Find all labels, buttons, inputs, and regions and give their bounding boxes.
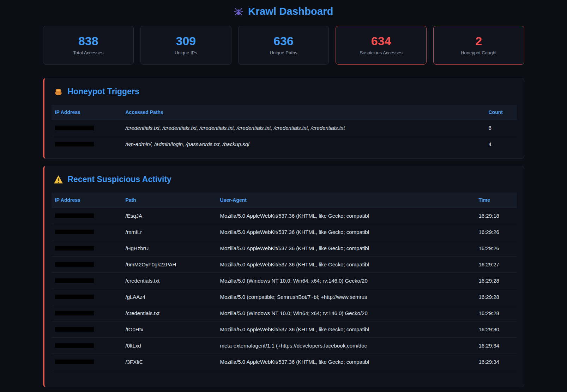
- ip-cell: [52, 273, 122, 289]
- column-header-time: Time: [475, 193, 517, 208]
- suspicious-activity-panel: Recent Suspicious Activity IP Address Pa…: [43, 166, 524, 387]
- path-cell: /gLAAz4: [122, 289, 217, 305]
- ip-cell: [52, 120, 122, 136]
- honeypot-table-header-row: IP Address Accessed Paths Count: [52, 105, 517, 120]
- ip-cell: [52, 338, 122, 354]
- count-cell: 6: [485, 120, 517, 136]
- redacted-ip: [55, 360, 94, 364]
- ip-cell: [52, 208, 122, 224]
- honeypot-table-row: /wp-admin/, /admin/login, /passwords.txt…: [52, 136, 517, 152]
- stat-value: 309: [176, 35, 196, 47]
- redacted-ip: [55, 311, 94, 315]
- user-agent-cell: Mozilla/5.0 AppleWebKit/537.36 (KHTML, l…: [217, 321, 475, 338]
- column-header-user-agent: User-Agent: [217, 193, 475, 208]
- suspicious-panel-title: Recent Suspicious Activity: [68, 175, 171, 184]
- suspicious-table-row: /6mM2OyF0gk2zPAH Mozilla/5.0 AppleWebKit…: [52, 257, 517, 273]
- column-header-accessed-paths: Accessed Paths: [122, 105, 485, 120]
- stat-label: Total Accesses: [73, 50, 103, 55]
- redacted-ip: [55, 126, 94, 130]
- stat-card-suspicious-accesses: 634 Suspicious Accesses: [336, 26, 427, 65]
- redacted-ip: [55, 230, 94, 234]
- page-title: Krawl Dashboard: [248, 6, 333, 17]
- user-agent-cell: Mozilla/5.0 (compatible; SemrushBot/7~bl…: [217, 289, 475, 305]
- time-cell: 16:29:28: [475, 273, 517, 289]
- ip-cell: [52, 321, 122, 338]
- time-cell: 16:29:34: [475, 354, 517, 370]
- path-cell: /EsqJA: [122, 208, 217, 224]
- suspicious-table-row: /3FXfiC Mozilla/5.0 AppleWebKit/537.36 (…: [52, 354, 517, 370]
- table-row-cutoff: [52, 370, 517, 380]
- ip-cell: [52, 136, 122, 152]
- accessed-paths-cell: /credentials.txt, /credentials.txt, /cre…: [122, 120, 485, 136]
- stat-card-total-accesses: 838 Total Accesses: [43, 26, 134, 65]
- stat-label: Suspicious Accesses: [360, 50, 402, 55]
- time-cell: 16:29:27: [475, 257, 517, 273]
- suspicious-table-row: /mmILr Mozilla/5.0 AppleWebKit/537.36 (K…: [52, 224, 517, 240]
- stat-value: 636: [273, 35, 294, 47]
- time-cell: 16:29:26: [475, 224, 517, 240]
- redacted-ip: [55, 343, 94, 348]
- column-header-ip: IP Address: [52, 105, 122, 120]
- ip-cell: [52, 289, 122, 305]
- user-agent-cell: Mozilla/5.0 AppleWebKit/537.36 (KHTML, l…: [217, 257, 475, 273]
- redacted-ip: [55, 262, 94, 267]
- path-cell: /3FXfiC: [122, 354, 217, 370]
- redacted-ip: [55, 142, 94, 146]
- path-cell: /HgHzbrU: [122, 240, 217, 257]
- stat-card-unique-ips: 309 Unique IPs: [140, 26, 231, 65]
- column-header-ip: IP Address: [52, 193, 122, 208]
- stat-card-unique-paths: 636 Unique Paths: [238, 26, 329, 65]
- honeypot-table: IP Address Accessed Paths Count /credent…: [52, 105, 517, 152]
- time-cell: 16:29:34: [475, 338, 517, 354]
- redacted-ip: [55, 246, 94, 251]
- user-agent-cell: Mozilla/5.0 AppleWebKit/537.36 (KHTML, l…: [217, 240, 475, 257]
- redacted-ip: [55, 327, 94, 332]
- path-cell: /tO0Htx: [122, 321, 217, 338]
- path-cell: /credentials.txt: [122, 305, 217, 321]
- ip-cell: [52, 224, 122, 240]
- redacted-ip: [55, 278, 94, 283]
- ip-cell: [52, 354, 122, 370]
- user-agent-cell: meta-externalagent/1.1 (+https://develop…: [217, 338, 475, 354]
- stat-value: 2: [475, 35, 482, 47]
- stat-value: 634: [371, 35, 391, 47]
- path-cell: /6mM2OyF0gk2zPAH: [122, 257, 217, 273]
- column-header-path: Path: [122, 193, 217, 208]
- column-header-count: Count: [485, 105, 517, 120]
- honeypot-triggers-panel: Honeypot Triggers IP Address Accessed Pa…: [43, 78, 524, 159]
- spider-icon: [234, 7, 243, 17]
- path-cell: /0ltLxd: [122, 338, 217, 354]
- honeypot-panel-header: Honeypot Triggers: [54, 87, 517, 96]
- time-cell: 16:29:28: [475, 305, 517, 321]
- stat-label: Honeypot Caught: [461, 50, 496, 55]
- stat-label: Unique Paths: [270, 50, 297, 55]
- user-agent-cell: Mozilla/5.0 AppleWebKit/537.36 (KHTML, l…: [217, 354, 475, 370]
- user-agent-cell: Mozilla/5.0 (Windows NT 10.0; Win64; x64…: [217, 305, 475, 321]
- suspicious-activity-table: IP Address Path User-Agent Time /EsqJA M…: [52, 193, 517, 370]
- ip-cell: [52, 305, 122, 321]
- suspicious-table-header-row: IP Address Path User-Agent Time: [52, 193, 517, 208]
- accessed-paths-cell: /wp-admin/, /admin/login, /passwords.txt…: [122, 136, 485, 152]
- suspicious-table-row: /credentials.txt Mozilla/5.0 (Windows NT…: [52, 305, 517, 321]
- count-cell: 4: [485, 136, 517, 152]
- time-cell: 16:29:26: [475, 240, 517, 257]
- honeypot-table-row: /credentials.txt, /credentials.txt, /cre…: [52, 120, 517, 136]
- honeypot-panel-title: Honeypot Triggers: [68, 87, 139, 96]
- suspicious-panel-header: Recent Suspicious Activity: [54, 175, 517, 184]
- stat-value: 838: [78, 35, 98, 47]
- ip-cell: [52, 240, 122, 257]
- suspicious-table-row: /0ltLxd meta-externalagent/1.1 (+https:/…: [52, 338, 517, 354]
- suspicious-table-row: /credentials.txt Mozilla/5.0 (Windows NT…: [52, 273, 517, 289]
- user-agent-cell: Mozilla/5.0 (Windows NT 10.0; Win64; x64…: [217, 273, 475, 289]
- dashboard-container: Krawl Dashboard 838 Total Accesses 309 U…: [43, 0, 524, 387]
- stat-card-honeypot-caught: 2 Honeypot Caught: [433, 26, 524, 65]
- time-cell: 16:29:28: [475, 289, 517, 305]
- redacted-ip: [55, 295, 94, 299]
- honeypot-icon: [54, 87, 63, 96]
- suspicious-table-row: /EsqJA Mozilla/5.0 AppleWebKit/537.36 (K…: [52, 208, 517, 224]
- stat-label: Unique IPs: [175, 50, 197, 55]
- suspicious-table-row: /gLAAz4 Mozilla/5.0 (compatible; Semrush…: [52, 289, 517, 305]
- warning-icon: [54, 175, 63, 184]
- stats-row: 838 Total Accesses 309 Unique IPs 636 Un…: [43, 26, 524, 65]
- path-cell: /mmILr: [122, 224, 217, 240]
